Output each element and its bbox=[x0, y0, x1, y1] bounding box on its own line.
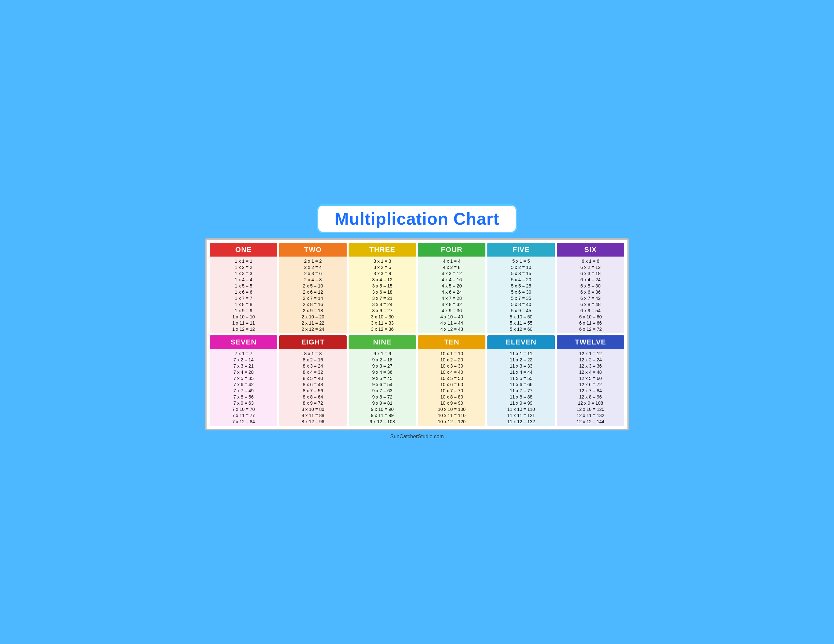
table-row: 12 x 3 = 36 bbox=[559, 363, 622, 369]
table-row: 10 x 5 = 50 bbox=[420, 375, 483, 381]
table-row: 1 x 5 = 5 bbox=[212, 282, 275, 289]
table-row: 11 x 11 = 121 bbox=[489, 412, 553, 418]
table-row: 9 x 11 = 99 bbox=[351, 412, 414, 418]
table-row: 3 x 10 = 30 bbox=[351, 313, 414, 320]
section-three: THREE3 x 1 = 33 x 2 = 63 x 3 = 93 x 4 = … bbox=[349, 243, 416, 333]
section-header-eight: EIGHT bbox=[279, 335, 347, 349]
section-header-two: TWO bbox=[279, 243, 347, 257]
table-row: 4 x 12 = 48 bbox=[420, 326, 483, 332]
table-row: 9 x 6 = 54 bbox=[351, 381, 414, 387]
table-row: 8 x 12 = 96 bbox=[281, 418, 345, 424]
table-row: 2 x 7 = 14 bbox=[281, 295, 345, 301]
table-row: 5 x 3 = 15 bbox=[489, 270, 553, 276]
table-row: 10 x 8 = 80 bbox=[420, 394, 483, 400]
table-row: 10 x 10 = 100 bbox=[420, 406, 483, 412]
table-row: 7 x 4 = 28 bbox=[212, 369, 275, 375]
table-row: 1 x 8 = 8 bbox=[212, 301, 275, 307]
table-row: 4 x 11 = 44 bbox=[420, 320, 483, 326]
table-row: 4 x 9 = 36 bbox=[420, 307, 483, 313]
table-row: 3 x 4 = 12 bbox=[351, 276, 414, 282]
section-twelve: TWELVE12 x 1 = 1212 x 2 = 2412 x 3 = 361… bbox=[557, 335, 624, 426]
table-row: 8 x 8 = 64 bbox=[281, 394, 345, 400]
table-row: 4 x 6 = 24 bbox=[420, 289, 483, 295]
table-row: 8 x 4 = 32 bbox=[281, 369, 345, 375]
table-row: 9 x 4 = 36 bbox=[351, 369, 414, 375]
section-eleven: ELEVEN11 x 1 = 1111 x 2 = 2211 x 3 = 331… bbox=[487, 335, 555, 426]
table-row: 4 x 7 = 28 bbox=[420, 295, 483, 301]
table-row: 6 x 1 = 6 bbox=[559, 258, 622, 264]
section-eight: EIGHT8 x 1 = 88 x 2 = 168 x 3 = 248 x 4 … bbox=[279, 335, 347, 426]
table-row: 7 x 12 = 84 bbox=[212, 418, 275, 424]
table-row: 5 x 4 = 20 bbox=[489, 276, 553, 282]
section-four: FOUR4 x 1 = 44 x 2 = 84 x 3 = 124 x 4 = … bbox=[418, 243, 485, 333]
table-row: 11 x 5 = 55 bbox=[489, 375, 553, 381]
table-row: 5 x 9 = 45 bbox=[489, 307, 553, 313]
table-row: 1 x 4 = 4 bbox=[212, 276, 275, 282]
table-row: 8 x 5 = 40 bbox=[281, 375, 345, 381]
table-row: 8 x 7 = 56 bbox=[281, 387, 345, 394]
table-row: 9 x 7 = 63 bbox=[351, 387, 414, 394]
table-row: 3 x 5 = 15 bbox=[351, 282, 414, 289]
table-row: 6 x 7 = 42 bbox=[559, 295, 622, 301]
table-row: 9 x 9 = 81 bbox=[351, 400, 414, 406]
table-row: 5 x 6 = 30 bbox=[489, 289, 553, 295]
table-row: 7 x 2 = 14 bbox=[212, 357, 275, 363]
table-row: 1 x 1 = 1 bbox=[212, 258, 275, 264]
table-row: 10 x 6 = 60 bbox=[420, 381, 483, 387]
table-row: 2 x 10 = 20 bbox=[281, 313, 345, 320]
table-row: 5 x 1 = 5 bbox=[489, 258, 553, 264]
table-row: 8 x 10 = 80 bbox=[281, 406, 345, 412]
table-row: 1 x 9 = 9 bbox=[212, 307, 275, 313]
table-row: 12 x 4 = 48 bbox=[559, 369, 622, 375]
table-row: 6 x 5 = 30 bbox=[559, 282, 622, 289]
footer: SunCatcherStudio.com bbox=[205, 434, 629, 439]
table-row: 2 x 1 = 2 bbox=[281, 258, 345, 264]
section-body-five: 5 x 1 = 55 x 2 = 105 x 3 = 155 x 4 = 205… bbox=[487, 257, 555, 333]
table-row: 8 x 11 = 88 bbox=[281, 412, 345, 418]
table-row: 12 x 1 = 12 bbox=[559, 350, 622, 357]
section-body-six: 6 x 1 = 66 x 2 = 126 x 3 = 186 x 4 = 246… bbox=[557, 257, 624, 333]
table-row: 12 x 6 = 72 bbox=[559, 381, 622, 387]
table-row: 12 x 9 = 108 bbox=[559, 400, 622, 406]
table-row: 11 x 4 = 44 bbox=[489, 369, 553, 375]
table-row: 3 x 1 = 3 bbox=[351, 258, 414, 264]
page-wrapper: Multiplication Chart ONE1 x 1 = 11 x 2 =… bbox=[205, 205, 629, 439]
table-row: 4 x 5 = 20 bbox=[420, 282, 483, 289]
table-row: 8 x 9 = 72 bbox=[281, 400, 345, 406]
section-body-eleven: 11 x 1 = 1111 x 2 = 2211 x 3 = 3311 x 4 … bbox=[487, 349, 555, 426]
table-row: 7 x 1 = 7 bbox=[212, 350, 275, 357]
table-row: 1 x 12 = 12 bbox=[212, 326, 275, 332]
table-row: 9 x 12 = 108 bbox=[351, 418, 414, 424]
table-row: 11 x 3 = 33 bbox=[489, 363, 553, 369]
section-header-one: ONE bbox=[210, 243, 277, 257]
table-row: 6 x 10 = 60 bbox=[559, 313, 622, 320]
table-row: 5 x 5 = 25 bbox=[489, 282, 553, 289]
table-row: 6 x 6 = 36 bbox=[559, 289, 622, 295]
table-row: 9 x 10 = 90 bbox=[351, 406, 414, 412]
table-row: 5 x 2 = 10 bbox=[489, 264, 553, 270]
table-row: 7 x 9 = 63 bbox=[212, 400, 275, 406]
table-row: 6 x 3 = 18 bbox=[559, 270, 622, 276]
section-six: SIX6 x 1 = 66 x 2 = 126 x 3 = 186 x 4 = … bbox=[557, 243, 624, 333]
table-row: 7 x 3 = 21 bbox=[212, 363, 275, 369]
table-row: 12 x 8 = 96 bbox=[559, 394, 622, 400]
table-row: 11 x 8 = 88 bbox=[489, 394, 553, 400]
table-row: 11 x 2 = 22 bbox=[489, 357, 553, 363]
table-row: 7 x 5 = 35 bbox=[212, 375, 275, 381]
table-row: 6 x 11 = 66 bbox=[559, 320, 622, 326]
section-header-twelve: TWELVE bbox=[557, 335, 624, 349]
table-row: 12 x 2 = 24 bbox=[559, 357, 622, 363]
section-two: TWO2 x 1 = 22 x 2 = 42 x 3 = 62 x 4 = 82… bbox=[279, 243, 347, 333]
table-row: 8 x 6 = 48 bbox=[281, 381, 345, 387]
chart-grid: ONE1 x 1 = 11 x 2 = 21 x 3 = 31 x 4 = 41… bbox=[210, 243, 624, 426]
section-body-four: 4 x 1 = 44 x 2 = 84 x 3 = 124 x 4 = 164 … bbox=[418, 257, 485, 333]
table-row: 12 x 10 = 120 bbox=[559, 406, 622, 412]
table-row: 6 x 2 = 12 bbox=[559, 264, 622, 270]
table-row: 9 x 3 = 27 bbox=[351, 363, 414, 369]
table-row: 1 x 11 = 11 bbox=[212, 320, 275, 326]
section-ten: TEN10 x 1 = 1010 x 2 = 2010 x 3 = 3010 x… bbox=[418, 335, 485, 426]
table-row: 6 x 9 = 54 bbox=[559, 307, 622, 313]
table-row: 7 x 6 = 42 bbox=[212, 381, 275, 387]
table-row: 4 x 1 = 4 bbox=[420, 258, 483, 264]
table-row: 3 x 11 = 33 bbox=[351, 320, 414, 326]
